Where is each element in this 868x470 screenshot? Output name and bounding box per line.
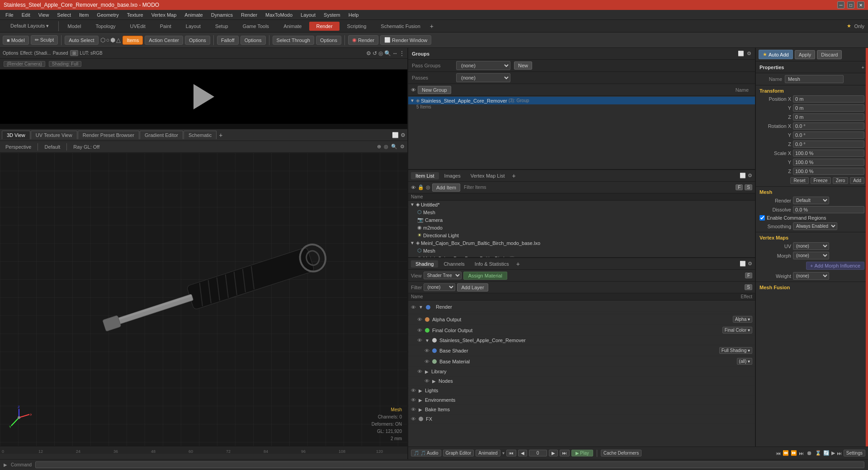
menu-maxtomode[interactable]: MaxToModo <box>262 11 296 19</box>
shading-item-alpha[interactable]: 👁 Alpha Output Alpha ▾ <box>408 314 755 325</box>
settings-items-icon[interactable]: ⚙ <box>748 173 752 179</box>
options3-button[interactable]: Options <box>316 36 341 45</box>
apply-button[interactable]: Apply <box>795 50 816 59</box>
tab-item-list[interactable]: Item List <box>411 172 439 179</box>
shading-item-stainless[interactable]: 👁 ▼ Stainless_Steel_Apple_Core_Remover <box>408 336 755 345</box>
mode-tab-topology[interactable]: Topology <box>89 22 122 31</box>
shading-f-badge[interactable]: F <box>745 273 752 278</box>
pos-x-value[interactable]: 0 m <box>793 95 864 103</box>
list-item-cajon[interactable]: ▼ ◈ Meinl_Cajon_Box_Drum_Baltic_Birch_mo… <box>408 239 755 247</box>
orbit-icon[interactable]: ◎ <box>384 144 388 150</box>
mode-tab-paint[interactable]: Paint <box>153 22 178 31</box>
anim-icon-2[interactable]: ⏭ <box>837 451 842 456</box>
tab-render-preset[interactable]: Render Preset Browser <box>78 131 139 139</box>
shading-item-base-shader[interactable]: 👁 Base Shader Full Shading ▾ <box>408 345 755 356</box>
menu-select[interactable]: Select <box>53 11 75 19</box>
frame-input[interactable] <box>529 450 547 456</box>
mode-tab-model[interactable]: Model <box>61 22 88 31</box>
shading-item-environments[interactable]: 👁 ▶ Environments <box>408 395 755 405</box>
fc-effect[interactable]: Final Color ▾ <box>722 327 752 334</box>
command-input[interactable] <box>35 461 864 468</box>
shading-item-library[interactable]: 👁 ▶ Library <box>408 367 755 376</box>
items-button[interactable]: Items <box>123 36 143 45</box>
anim-icon-1[interactable]: ▶ <box>831 450 835 456</box>
menu-geometry[interactable]: Geometry <box>93 11 122 19</box>
dissolve-value[interactable]: 0.0 % <box>793 206 864 213</box>
model-button[interactable]: ■ Model <box>3 36 29 45</box>
transport-icon-4[interactable]: ⏭ <box>799 451 804 456</box>
morph-select[interactable]: (none) <box>793 252 829 259</box>
add-morph-influence-button[interactable]: + Add Morph Influence <box>806 262 864 270</box>
menu-edit[interactable]: Edit <box>18 11 34 19</box>
cache-deformers-button[interactable]: Cache Deformers <box>601 450 642 456</box>
settings-groups-icon[interactable]: ⚙ <box>747 51 751 56</box>
new-pass-group-button[interactable]: New <box>514 61 532 70</box>
shading-item-nodes[interactable]: 👁 ▶ Nodes <box>408 376 755 386</box>
uv-select[interactable]: (none) <box>793 242 829 250</box>
add-items-tab-button[interactable]: + <box>512 172 515 179</box>
action-center-button[interactable]: Action Center <box>145 36 183 45</box>
discard-button[interactable]: Discard <box>817 50 842 59</box>
tab-uv-texture[interactable]: UV Texture View <box>31 131 77 139</box>
shading-btn[interactable]: Shading: Full <box>49 61 81 67</box>
add-layer-button[interactable]: Add Layer <box>457 283 488 291</box>
lut-badge[interactable]: ⊞ <box>70 50 78 56</box>
render-button[interactable]: ◉ Render <box>348 35 378 45</box>
timeline-track[interactable] <box>0 454 407 459</box>
list-item-camera[interactable]: 📷 Camera <box>408 216 755 224</box>
zero-button[interactable]: Zero <box>833 177 849 184</box>
freeze-button[interactable]: Freeze <box>811 177 831 184</box>
default-button[interactable]: Default <box>42 143 63 150</box>
list-item-light[interactable]: ☀ Directional Light <box>408 231 755 239</box>
name-input[interactable] <box>785 75 844 83</box>
tab-gradient-editor[interactable]: Gradient Editor <box>140 131 183 139</box>
settings-button[interactable]: Settings <box>844 450 865 456</box>
s-badge[interactable]: S <box>745 184 752 190</box>
play-triangle-icon[interactable] <box>193 84 214 109</box>
keyframe-btn[interactable]: ⌛ <box>815 450 821 456</box>
auto-select-button[interactable]: Auto Select <box>65 36 98 45</box>
scale-z-value[interactable]: 100.0 % <box>793 168 864 175</box>
more-icon[interactable]: ⋮ <box>399 50 405 56</box>
rot-z-value[interactable]: 0.0 ° <box>793 141 864 148</box>
list-item-mesh2[interactable]: ⬡ Mesh <box>408 247 755 254</box>
menu-animate[interactable]: Animate <box>181 11 206 19</box>
audio-button[interactable]: 🎵 🎵 Audio <box>411 450 441 456</box>
go-start-button[interactable]: ⏮ <box>506 450 516 456</box>
shading-item-lights[interactable]: 👁 ▶ Lights <box>408 386 755 395</box>
select-through-button[interactable]: Select Through <box>273 36 314 45</box>
add-item-button[interactable]: Add Item <box>432 183 460 192</box>
mode-tab-render[interactable]: Render <box>309 22 339 31</box>
animated-arrow[interactable]: ▾ <box>502 451 505 456</box>
add-view-tab-button[interactable]: + <box>219 132 222 139</box>
add-transform-button[interactable]: Add <box>850 177 864 184</box>
maximize-button[interactable]: □ <box>847 1 854 9</box>
go-end-button[interactable]: ⏭ <box>560 450 570 456</box>
options1-button[interactable]: Options <box>185 36 210 45</box>
sculpt-button[interactable]: ✏ Sculpt <box>31 35 58 45</box>
zoom-vp-icon[interactable]: 🔍 <box>391 144 397 150</box>
new-group-button[interactable]: New Group <box>418 86 451 94</box>
tab-info-stats[interactable]: Info & Statistics <box>470 260 514 268</box>
settings-vp-icon[interactable]: ⚙ <box>400 144 405 150</box>
render-window-button[interactable]: ⬜ Render Window <box>380 35 431 45</box>
list-item-cajon2[interactable]: ◉ Meinl_Cajon_Box_Drum_Baltic_Birch (2) <box>408 254 755 257</box>
mode-tab-scripting[interactable]: Scripting <box>340 22 373 31</box>
falloff-button[interactable]: Falloff <box>217 36 239 45</box>
transport-icon-3[interactable]: ⏩ <box>791 450 797 456</box>
menu-vertex-map[interactable]: Vertex Map <box>148 11 180 19</box>
tab-vertex-map-list[interactable]: Vertex Map List <box>466 172 509 179</box>
menu-help[interactable]: Help <box>345 11 363 19</box>
shading-item-render[interactable]: 👁 ▼ Render <box>408 301 755 314</box>
minimize-button[interactable]: ─ <box>837 1 844 9</box>
expand-icon[interactable]: ↔ <box>392 50 398 56</box>
passes-select[interactable]: (none) <box>456 73 510 82</box>
enable-cmd-checkbox[interactable] <box>760 215 765 221</box>
graph-editor-button[interactable]: Graph Editor <box>443 450 474 456</box>
auto-add-button[interactable]: ★ Auto Add <box>759 50 793 59</box>
menu-view[interactable]: View <box>35 11 53 19</box>
settings-shading-icon[interactable]: ⚙ <box>748 261 752 267</box>
shading-s-badge[interactable]: S <box>745 284 752 290</box>
next-frame-button[interactable]: ▶ <box>549 450 558 456</box>
shading-item-base-material[interactable]: 👁 Base Material (all) ▾ <box>408 356 755 367</box>
